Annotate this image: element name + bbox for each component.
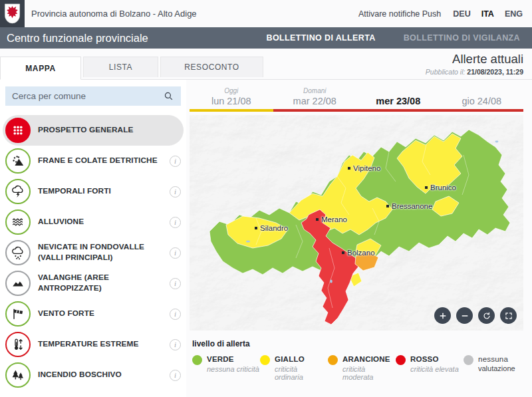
legend-swatch (328, 355, 338, 365)
language-option[interactable]: ENG (505, 9, 523, 19)
hazard-sidebar: PROSPETTO GENERALE i FRANE E COLATE DETR… (0, 80, 186, 397)
map-control-button[interactable] (434, 307, 451, 324)
info-icon[interactable]: i (170, 247, 181, 259)
hazard-label: VENTO FORTE (38, 309, 162, 319)
site-title: Provincia autonoma di Bolzano - Alto Adi… (31, 9, 358, 19)
map-control-button[interactable] (500, 307, 517, 324)
published-value: 21/08/2023, 11:29 (467, 68, 523, 76)
hazard-menu-item[interactable]: VALANGHE (AREE ANTROPIZZATE) i (0, 268, 186, 299)
city-dot (255, 227, 257, 229)
city-label: Silandro (255, 224, 288, 232)
view-tab[interactable]: RESOCONTO (160, 57, 263, 77)
city-name: Bolzano (347, 249, 375, 257)
date-tab-label: gio 24/08 (440, 96, 524, 109)
hazard-menu-item[interactable]: NEVICATE IN FONDOVALLE (VALLI PRINCIPALI… (0, 237, 186, 268)
legend-level-desc: criticità elevata (410, 365, 459, 373)
view-tab[interactable]: LISTA (83, 57, 158, 77)
date-tab[interactable]: mer 23/08 (356, 87, 440, 112)
city-name: Silandro (260, 224, 288, 232)
hazard-label: NEVICATE IN FONDOVALLE (VALLI PRINCIPALI… (38, 242, 162, 263)
hazard-icon (5, 118, 31, 143)
city-name: Vipiteno (353, 164, 380, 172)
alert-map[interactable]: Vipiteno Brunico Bressanone Merano Silan… (190, 115, 523, 331)
hazard-label: PROSPETTO GENERALE (38, 125, 181, 136)
legend-swatch (192, 355, 202, 365)
bulletin-nav-link[interactable]: BOLLETTINO DI VIGILANZA (404, 33, 520, 43)
legend-level-name: nessuna (478, 355, 515, 363)
info-icon[interactable]: i (170, 309, 181, 320)
legend-item: nessuna valutazione (464, 355, 515, 381)
date-tab-relative (356, 87, 440, 96)
hazard-label: ALLUVIONE (38, 217, 162, 227)
legend-text: nessuna valutazione (478, 355, 515, 381)
info-icon[interactable]: i (170, 278, 181, 289)
hazard-menu-item[interactable]: PROSPETTO GENERALE i (3, 115, 184, 146)
date-tab-relative: Domani (273, 87, 357, 96)
bulletin-nav-link[interactable]: BOLLETTINO DI ALLERTA (267, 33, 376, 43)
province-logo (0, 0, 25, 27)
push-notifications-link[interactable]: Attivare notifiche Push (358, 9, 441, 19)
app-title: Centro funzionale provinciale (7, 32, 267, 45)
main-navbar: Centro funzionale provinciale BOLLETTINO… (0, 27, 532, 49)
view-tab[interactable]: MAPPA (0, 57, 81, 80)
hazard-menu-item[interactable]: FRANE E COLATE DETRITICHE i (0, 146, 186, 176)
legend-item: ROSSO criticità elevata (396, 355, 464, 381)
language-option[interactable]: DEU (453, 9, 470, 19)
legend-level-desc: nessuna criticità (207, 365, 259, 373)
legend-title: livello di allerta (192, 339, 523, 348)
legend-level-desc: criticità moderata (342, 365, 396, 381)
search-icon[interactable] (163, 90, 174, 102)
hazard-label: INCENDIO BOSCHIVO (38, 370, 162, 380)
hazard-menu-item[interactable]: INCENDIO BOSCHIVO i (0, 360, 186, 390)
legend-text: ROSSO criticità elevata (410, 355, 459, 381)
header-right: Attivare notifiche Push DEUITAENG (358, 9, 523, 19)
city-dot (342, 251, 344, 254)
date-tab-underline (356, 109, 440, 112)
hazard-menu-item[interactable]: TEMPORALI FORTI i (0, 176, 186, 207)
map-control-button[interactable] (456, 307, 473, 324)
date-tab-label: mar 22/08 (273, 96, 357, 109)
hazard-menu-item[interactable]: TEMPERATURE ESTREME i (0, 329, 186, 360)
published-line: Pubblicato il: 21/08/2023, 11:29 (426, 68, 523, 76)
page-title: Allerte attuali (426, 52, 523, 66)
date-tab[interactable]: Oggi lun 21/08 (190, 87, 273, 112)
legend-text: GIALLO criticità ordinaria (275, 355, 328, 381)
legend-level-name: GIALLO (275, 355, 328, 363)
bulletin-nav: BOLLETTINO DI ALLERTABOLLETTINO DI VIGIL… (267, 33, 520, 43)
date-tab[interactable]: Domani mar 22/08 (273, 87, 357, 112)
date-tab-relative: Oggi (190, 87, 273, 96)
hazard-menu-item[interactable]: ALLUVIONE i (0, 207, 186, 237)
legend-item: VERDE nessuna criticità (192, 355, 260, 381)
search-input[interactable] (12, 91, 163, 101)
hazard-menu: PROSPETTO GENERALE i FRANE E COLATE DETR… (0, 115, 186, 390)
date-tab-label: lun 21/08 (190, 96, 273, 109)
city-label: Vipiteno (348, 164, 380, 172)
top-header: Provincia autonoma di Bolzano - Alto Adi… (0, 0, 532, 27)
info-icon[interactable]: i (170, 370, 181, 381)
legend-item: ARANCIONE criticità moderata (328, 355, 396, 381)
hazard-label: TEMPORALI FORTI (38, 186, 162, 197)
language-option[interactable]: ITA (481, 9, 494, 19)
eagle-crest-icon (3, 3, 21, 24)
map-control-button[interactable] (478, 307, 495, 324)
date-tab[interactable]: gio 24/08 (440, 87, 524, 112)
alert-legend: livello di allerta VERDE nessuna critici… (190, 331, 523, 381)
info-icon[interactable]: i (170, 156, 181, 167)
legend-item: GIALLO criticità ordinaria (260, 355, 328, 381)
hazard-icon (5, 148, 31, 174)
language-switcher: DEUITAENG (453, 9, 523, 19)
info-icon[interactable]: i (170, 186, 181, 198)
hazard-icon (5, 240, 31, 265)
municipality-search (5, 86, 181, 106)
city-label: Merano (316, 215, 347, 223)
main-panel: Oggi lun 21/08 Domani mar 22/08 mer 23/0… (186, 80, 532, 397)
hazard-menu-item[interactable]: VENTO FORTE i (0, 299, 186, 329)
legend-swatch (396, 355, 406, 365)
legend-level-name: VERDE (207, 355, 259, 363)
content: PROSPETTO GENERALE i FRANE E COLATE DETR… (0, 80, 532, 397)
info-icon[interactable]: i (170, 339, 181, 350)
city-name: Brunico (430, 184, 456, 192)
info-icon[interactable]: i (170, 217, 181, 228)
legend-swatch (260, 355, 270, 365)
hazard-icon (5, 271, 31, 296)
